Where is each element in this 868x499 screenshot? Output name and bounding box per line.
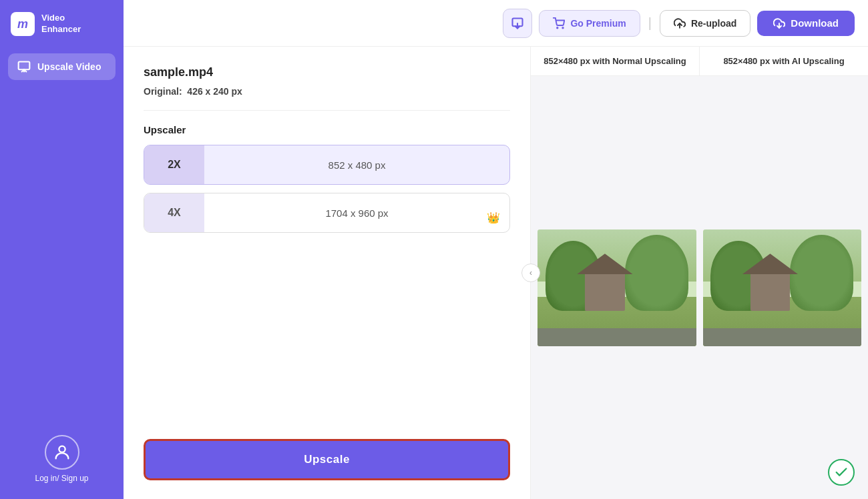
preview-images — [531, 76, 868, 499]
avatar[interactable] — [45, 435, 79, 470]
file-name: sample.mp4 — [144, 65, 510, 79]
download-icon — [773, 17, 785, 29]
right-panel: ‹ 852×480 px with Normal Upscaling 852×4… — [531, 47, 868, 499]
preview-ai-wrap — [703, 229, 862, 346]
sidebar-item-label: Upscale Video — [37, 61, 101, 72]
check-icon — [834, 465, 849, 480]
left-panel: sample.mp4 Original: 426 x 240 px Upscal… — [124, 47, 531, 499]
preview-normal-wrap — [537, 229, 696, 346]
divider — [144, 110, 510, 111]
svg-point-2 — [59, 446, 65, 452]
reupload-button[interactable]: Re-upload — [660, 10, 750, 37]
user-icon — [53, 443, 71, 462]
upscale-button[interactable]: Upscale — [144, 439, 510, 480]
upscaler-option-4x[interactable]: 4X 1704 x 960 px 👑 — [144, 193, 510, 233]
sidebar-bottom: Log in/ Sign up — [35, 435, 88, 483]
header: Go Premium | Re-upload Download — [124, 0, 868, 47]
download-button[interactable]: Download — [757, 11, 855, 36]
separator: | — [648, 15, 652, 31]
preview-ai-image — [703, 229, 862, 346]
content-area: sample.mp4 Original: 426 x 240 px Upscal… — [124, 47, 868, 499]
cart-icon — [553, 17, 565, 29]
upscaler-multiplier-2x: 2X — [144, 145, 204, 184]
upscaler-dimension-4x: 1704 x 960 px 👑 — [204, 207, 509, 219]
reupload-icon — [674, 17, 686, 29]
preview-headers: 852×480 px with Normal Upscaling 852×480… — [531, 47, 868, 76]
download-icon-button[interactable] — [503, 9, 532, 38]
original-size: Original: 426 x 240 px — [144, 86, 510, 97]
preview-col-ai: 852×480 px with AI Upscaling — [700, 47, 868, 75]
check-circle — [828, 459, 855, 486]
upscaler-option-2x[interactable]: 2X 852 x 480 px — [144, 145, 510, 185]
upscale-video-icon — [17, 60, 31, 73]
svg-point-6 — [563, 27, 564, 29]
go-premium-button[interactable]: Go Premium — [539, 10, 640, 37]
login-label[interactable]: Log in/ Sign up — [35, 474, 88, 483]
main-content: Go Premium | Re-upload Download sample.m… — [124, 0, 868, 499]
sidebar-item-upscale-video[interactable]: Upscale Video — [8, 53, 116, 80]
preview-normal-image — [537, 229, 696, 346]
sidebar-nav: Upscale Video — [0, 48, 124, 85]
svg-point-5 — [557, 27, 558, 29]
collapse-arrow[interactable]: ‹ — [521, 264, 540, 282]
logo-icon: m — [11, 12, 35, 36]
sidebar-logo: m Video Enhancer — [0, 0, 124, 48]
preview-col-normal: 852×480 px with Normal Upscaling — [531, 47, 700, 75]
upscaler-dimension-2x: 852 x 480 px — [204, 159, 509, 171]
upscaler-label: Upscaler — [144, 124, 510, 135]
download-small-icon — [511, 17, 524, 30]
svg-rect-0 — [19, 62, 30, 70]
sidebar: m Video Enhancer Upscale Video Log in/ S… — [0, 0, 124, 499]
logo-text: Video Enhancer — [41, 13, 81, 35]
upscale-btn-wrapper: Upscale — [144, 439, 510, 480]
upscaler-multiplier-4x: 4X — [144, 193, 204, 232]
crown-badge: 👑 — [487, 211, 500, 224]
